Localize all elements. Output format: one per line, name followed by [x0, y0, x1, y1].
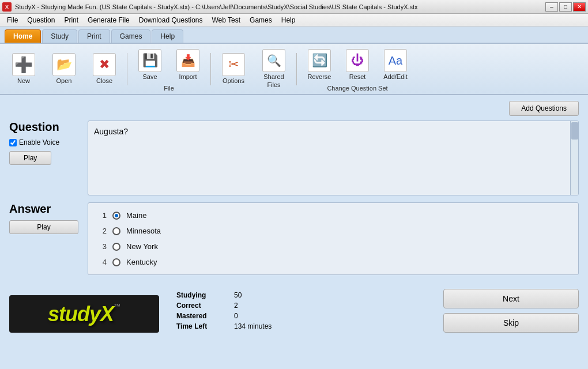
open-label: Open — [56, 77, 72, 85]
choice-text-2: Minnesota — [126, 227, 161, 235]
enable-voice-label: Enable Voice — [19, 138, 59, 146]
separator-2 — [210, 53, 211, 85]
menu-web-test[interactable]: Web Test — [208, 15, 246, 25]
choice-radio-3[interactable] — [112, 243, 120, 251]
save-label: Save — [142, 73, 157, 81]
logo-area: studyX ™ — [9, 295, 159, 333]
main-content: Add Questions Question Enable Voice Play… — [0, 95, 588, 338]
reset-button[interactable]: ⏻ Reset — [338, 46, 376, 84]
reverse-label: Reverse — [308, 73, 331, 81]
list-item: 1 Maine — [95, 208, 571, 223]
next-button[interactable]: Next — [443, 289, 579, 308]
time-left-label: Time Left — [176, 322, 234, 330]
options-button[interactable]: ✂ Options — [214, 50, 252, 88]
studying-value: 50 — [234, 291, 242, 299]
change-question-group: 🔄 Reverse ⏻ Reset Aa Add/Edit Change Que… — [300, 46, 414, 92]
menu-bar: File Question Print Generate File Downlo… — [0, 14, 588, 27]
stat-studying: Studying 50 — [176, 291, 443, 299]
title-bar: X StudyX - Studying Made Fun. (US State … — [0, 0, 588, 14]
menu-print[interactable]: Print — [59, 15, 83, 25]
menu-help[interactable]: Help — [277, 15, 300, 25]
stat-mastered: Mastered 0 — [176, 312, 443, 320]
logo-tm: ™ — [114, 302, 120, 310]
menu-question[interactable]: Question — [22, 15, 59, 25]
shared-files-icon: 🔍 — [262, 49, 285, 72]
answer-controls: Answer Play — [9, 202, 78, 234]
time-left-value: 134 minutes — [234, 322, 272, 330]
addedit-label: Add/Edit — [383, 73, 408, 81]
tab-study[interactable]: Study — [42, 29, 77, 43]
import-button[interactable]: 📥 Import — [169, 46, 207, 84]
tab-help[interactable]: Help — [152, 29, 183, 43]
bottom-section: studyX ™ Studying 50 Correct 2 Mastered … — [9, 289, 579, 333]
close-toolbar-button[interactable]: ✖ Close — [85, 50, 123, 88]
reset-label: Reset — [349, 73, 366, 81]
close-label: Close — [96, 77, 112, 85]
stat-correct: Correct 2 — [176, 302, 443, 310]
question-play-button[interactable]: Play — [9, 151, 51, 165]
save-icon: 💾 — [138, 49, 161, 72]
open-button[interactable]: 📂 Open — [45, 50, 83, 88]
list-item: 2 Minnesota — [95, 223, 571, 239]
answer-play-button[interactable]: Play — [9, 220, 78, 234]
skip-button[interactable]: Skip — [443, 313, 579, 333]
toolbar: ➕ New 📂 Open ✖ Close 💾 Save 📥 Import Fil… — [0, 44, 588, 95]
stat-time-left: Time Left 134 minutes — [176, 322, 443, 330]
correct-value: 2 — [234, 302, 238, 310]
window-title: StudyX - Studying Made Fun. (US State Ca… — [15, 3, 545, 10]
action-buttons: Next Skip — [443, 289, 579, 333]
import-label: Import — [179, 73, 197, 81]
close-icon: ✖ — [93, 53, 116, 76]
tab-print[interactable]: Print — [78, 29, 110, 43]
menu-download-questions[interactable]: Download Questions — [134, 15, 208, 25]
separator-3 — [296, 53, 297, 85]
question-text: Augusta? — [94, 127, 128, 136]
choice-radio-2[interactable] — [112, 227, 120, 235]
shared-files-button[interactable]: 🔍 SharedFiles — [255, 46, 293, 91]
stats-block: Studying 50 Correct 2 Mastered 0 Time Le… — [159, 291, 443, 333]
question-section: Question Enable Voice Play Augusta? — [9, 121, 579, 195]
close-button[interactable]: ✕ — [573, 2, 586, 12]
open-icon: 📂 — [52, 53, 76, 76]
enable-voice-checkbox[interactable] — [9, 139, 17, 146]
addedit-button[interactable]: Aa Add/Edit — [376, 46, 414, 84]
menu-games[interactable]: Games — [245, 15, 277, 25]
mastered-value: 0 — [234, 312, 238, 320]
change-question-label: Change Question Set — [327, 85, 387, 92]
choice-radio-4[interactable] — [112, 258, 120, 266]
file-group-label: File — [164, 85, 174, 92]
import-icon: 📥 — [176, 49, 199, 72]
question-box: Augusta? — [88, 121, 579, 195]
options-icon: ✂ — [222, 53, 245, 76]
choices-box: 1 Maine 2 Minnesota 3 New York 4 Kentuck… — [88, 202, 579, 275]
reverse-button[interactable]: 🔄 Reverse — [300, 46, 338, 84]
separator-1 — [127, 53, 127, 85]
addedit-icon: Aa — [384, 49, 407, 72]
list-item: 3 New York — [95, 239, 571, 254]
choice-text-3: New York — [126, 242, 158, 251]
options-label: Options — [223, 77, 244, 85]
new-icon: ➕ — [12, 53, 35, 76]
tab-games[interactable]: Games — [111, 29, 151, 43]
minimize-button[interactable]: – — [545, 2, 558, 12]
file-group: 💾 Save 📥 Import File — [131, 46, 207, 92]
answer-section: Answer Play 1 Maine 2 Minnesota 3 New Yo… — [9, 202, 579, 275]
question-scrollbar-thumb — [571, 122, 578, 140]
choice-text-4: Kentucky — [126, 258, 157, 266]
mastered-label: Mastered — [176, 312, 234, 320]
menu-file[interactable]: File — [2, 15, 22, 25]
save-button[interactable]: 💾 Save — [131, 46, 169, 84]
reverse-icon: 🔄 — [308, 49, 331, 72]
maximize-button[interactable]: □ — [559, 2, 572, 12]
answer-label: Answer — [9, 202, 78, 216]
question-controls: Question Enable Voice Play — [9, 121, 78, 195]
choice-radio-1[interactable] — [112, 212, 120, 220]
add-questions-button[interactable]: Add Questions — [509, 101, 579, 116]
menu-generate-file[interactable]: Generate File — [83, 15, 134, 25]
question-scrollbar[interactable] — [570, 121, 578, 195]
tab-home[interactable]: Home — [5, 29, 41, 43]
new-button[interactable]: ➕ New — [5, 50, 43, 88]
list-item: 4 Kentucky — [95, 254, 571, 270]
shared-files-label: SharedFiles — [263, 73, 284, 88]
enable-voice-row: Enable Voice — [9, 138, 59, 146]
